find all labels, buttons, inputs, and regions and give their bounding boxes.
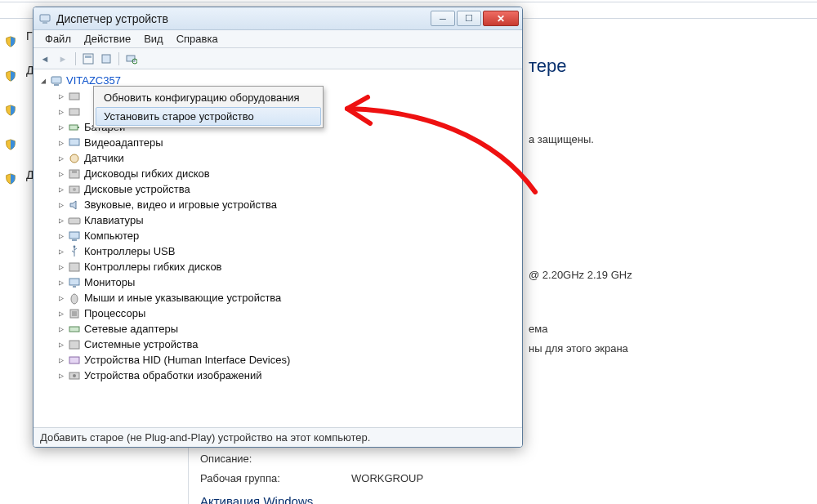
expand-icon[interactable]: ▷ bbox=[56, 247, 66, 256]
mouse-icon bbox=[68, 292, 81, 305]
expand-icon[interactable]: ▷ bbox=[56, 185, 66, 194]
toolbar: ◄ ► bbox=[33, 48, 522, 69]
tree-category[interactable]: ▷Дисковые устройства bbox=[56, 181, 519, 197]
bg-wg-label: Рабочая группа: bbox=[200, 472, 280, 484]
tree-category[interactable]: ▷Компьютер bbox=[56, 228, 519, 243]
root-label: VITAZC357 bbox=[66, 74, 121, 87]
sensor-icon bbox=[68, 152, 81, 165]
expand-icon[interactable]: ▷ bbox=[56, 262, 66, 271]
svg-rect-19 bbox=[69, 218, 80, 224]
expand-icon[interactable]: ▷ bbox=[56, 355, 66, 364]
bg-screen-tail: ны для этого экрана bbox=[529, 342, 628, 355]
hid-icon bbox=[68, 354, 81, 367]
maximize-button[interactable]: ☐ bbox=[457, 11, 481, 26]
svg-rect-4 bbox=[102, 55, 110, 63]
device-icon bbox=[68, 90, 81, 103]
bg-text-fragment: Г bbox=[26, 29, 33, 42]
expand-icon[interactable]: ▷ bbox=[56, 200, 66, 209]
tree-category[interactable]: ▷Клавиатуры bbox=[56, 212, 519, 228]
category-label: Дисководы гибких дисков bbox=[84, 167, 210, 180]
expand-icon[interactable]: ▷ bbox=[56, 231, 66, 240]
bg-ema-tail: ема bbox=[529, 323, 547, 335]
svg-rect-10 bbox=[69, 109, 79, 115]
scan-hardware-button[interactable] bbox=[123, 51, 140, 67]
expand-icon[interactable]: ▷ bbox=[56, 216, 66, 225]
floppy-drive-icon bbox=[68, 167, 81, 181]
battery-icon bbox=[68, 121, 81, 134]
status-bar: Добавить старое (не Plug-and-Play) устро… bbox=[33, 427, 522, 447]
processor-icon bbox=[68, 307, 81, 320]
tree-category[interactable]: ▷Контроллеры гибких дисков bbox=[56, 259, 519, 274]
tree-category[interactable]: ▷Мониторы bbox=[56, 274, 519, 290]
category-label: Дисковые устройства bbox=[84, 183, 190, 195]
expand-icon[interactable]: ▷ bbox=[56, 340, 66, 349]
tree-category[interactable]: ▷Процессоры bbox=[56, 306, 519, 321]
bg-shield-column bbox=[5, 36, 21, 207]
tree-category[interactable]: ▷Системные устройства bbox=[56, 337, 519, 352]
expand-icon[interactable]: ▷ bbox=[56, 154, 66, 163]
minimize-button[interactable]: ─ bbox=[431, 11, 455, 26]
svg-rect-5 bbox=[127, 56, 135, 61]
device-manager-window: Диспетчер устройств ─ ☐ ✕ Файл Действие … bbox=[33, 7, 523, 448]
audio-icon bbox=[68, 198, 81, 212]
svg-point-18 bbox=[73, 188, 76, 191]
category-label: Контроллеры USB bbox=[84, 245, 175, 257]
shield-icon bbox=[5, 173, 16, 185]
menu-action[interactable]: Действие bbox=[78, 31, 137, 47]
svg-rect-1 bbox=[42, 22, 47, 24]
expand-icon[interactable]: ▷ bbox=[56, 123, 66, 132]
svg-rect-16 bbox=[72, 170, 77, 173]
tree-category[interactable]: ▷Сетевые адаптеры bbox=[56, 321, 519, 337]
expand-icon[interactable]: ▷ bbox=[56, 91, 66, 100]
svg-rect-12 bbox=[78, 127, 79, 128]
category-label: Устройства HID (Human Interface Devices) bbox=[84, 354, 290, 366]
close-button[interactable]: ✕ bbox=[483, 11, 519, 26]
shield-icon bbox=[5, 105, 16, 116]
svg-rect-2 bbox=[83, 54, 93, 64]
expand-icon[interactable]: ▷ bbox=[56, 309, 66, 318]
menu-help[interactable]: Справка bbox=[170, 31, 225, 47]
tree-category[interactable]: ▷Датчики bbox=[56, 150, 519, 166]
ctx-add-legacy-hardware[interactable]: Установить старое устройство bbox=[96, 107, 321, 126]
imaging-icon bbox=[68, 369, 81, 382]
svg-rect-23 bbox=[69, 263, 79, 271]
toolbar-btn[interactable] bbox=[98, 51, 114, 67]
tree-category[interactable]: ▷Устройства обработки изображений bbox=[56, 368, 519, 383]
toolbar-btn[interactable] bbox=[80, 51, 96, 67]
computer-icon bbox=[50, 74, 63, 87]
category-label: Клавиатуры bbox=[84, 214, 144, 226]
category-label: Датчики bbox=[84, 152, 124, 164]
expand-icon[interactable]: ▷ bbox=[56, 324, 66, 333]
menu-file[interactable]: Файл bbox=[38, 31, 78, 47]
expand-icon[interactable]: ▷ bbox=[56, 278, 66, 287]
expand-icon[interactable]: ▷ bbox=[56, 371, 66, 380]
expand-icon[interactable]: ▷ bbox=[56, 138, 66, 147]
expand-icon[interactable]: ▷ bbox=[56, 107, 66, 116]
tree-category[interactable]: ▷Дисководы гибких дисков bbox=[56, 166, 519, 181]
usb-icon bbox=[68, 245, 81, 258]
collapse-icon[interactable]: ◢ bbox=[38, 76, 48, 85]
ctx-scan-hardware[interactable]: Обновить конфигурацию оборудования bbox=[96, 88, 321, 107]
category-label: Сетевые адаптеры bbox=[84, 323, 178, 335]
tree-category[interactable]: ▷Устройства HID (Human Interface Devices… bbox=[56, 352, 519, 368]
svg-point-33 bbox=[73, 374, 76, 377]
display-adapter-icon bbox=[68, 136, 81, 149]
floppy-controller-icon bbox=[68, 261, 81, 274]
svg-rect-11 bbox=[69, 125, 78, 130]
menu-view[interactable]: Вид bbox=[137, 31, 170, 47]
forward-button[interactable]: ► bbox=[55, 51, 71, 67]
tree-category[interactable]: ▷Мыши и иные указывающие устройства bbox=[56, 290, 519, 306]
tree-children: ▷ ▷ ▷Батареи ▷Видеоадаптеры ▷Датчики ▷Ди… bbox=[56, 88, 519, 383]
expand-icon[interactable]: ▷ bbox=[56, 169, 66, 178]
back-button[interactable]: ◄ bbox=[37, 51, 53, 67]
category-label: Системные устройства bbox=[84, 338, 198, 350]
expand-icon[interactable]: ▷ bbox=[56, 293, 66, 302]
tree-category[interactable]: ▷Контроллеры USB bbox=[56, 243, 519, 259]
bg-heading-tail: тере bbox=[529, 56, 567, 77]
category-label: Контроллеры гибких дисков bbox=[84, 261, 222, 273]
category-label: Видеоадаптеры bbox=[84, 136, 163, 149]
bg-desc-label: Описание: bbox=[200, 453, 252, 465]
tree-category[interactable]: ▷Видеоадаптеры bbox=[56, 135, 519, 150]
titlebar[interactable]: Диспетчер устройств ─ ☐ ✕ bbox=[33, 7, 522, 30]
tree-category[interactable]: ▷Звуковые, видео и игровые устройства bbox=[56, 197, 519, 212]
